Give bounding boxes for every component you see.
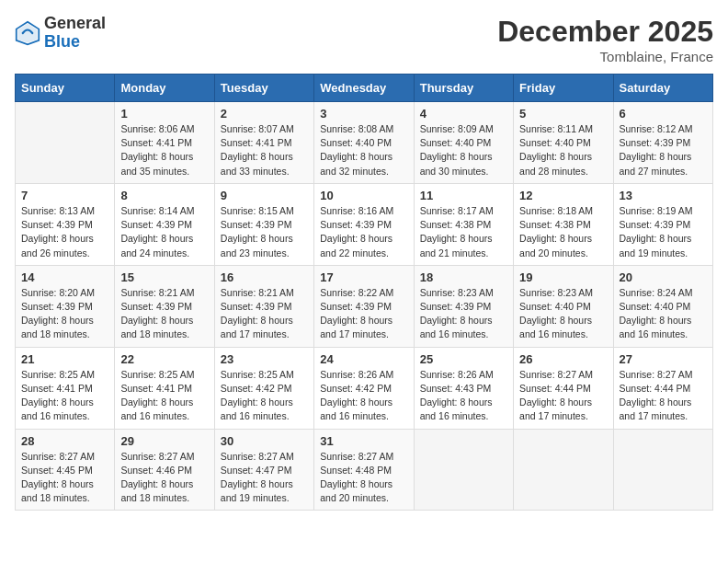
day-info: Sunrise: 8:21 AMSunset: 4:39 PMDaylight:… bbox=[221, 286, 308, 342]
day-number: 15 bbox=[120, 270, 208, 284]
day-info: Sunrise: 8:21 AMSunset: 4:39 PMDaylight:… bbox=[120, 286, 208, 342]
day-number: 17 bbox=[320, 270, 407, 284]
day-info: Sunrise: 8:27 AMSunset: 4:47 PMDaylight:… bbox=[221, 450, 308, 506]
page-header: General Blue December 2025 Tomblaine, Fr… bbox=[15, 15, 713, 64]
calendar-cell: 15Sunrise: 8:21 AMSunset: 4:39 PMDayligh… bbox=[115, 265, 214, 347]
day-info: Sunrise: 8:22 AMSunset: 4:39 PMDaylight:… bbox=[320, 286, 407, 342]
calendar-cell: 2Sunrise: 8:07 AMSunset: 4:41 PMDaylight… bbox=[214, 102, 313, 184]
day-info: Sunrise: 8:07 AMSunset: 4:41 PMDaylight:… bbox=[221, 122, 308, 178]
week-row-3: 14Sunrise: 8:20 AMSunset: 4:39 PMDayligh… bbox=[16, 265, 713, 347]
day-number: 1 bbox=[120, 107, 208, 121]
day-info: Sunrise: 8:27 AMSunset: 4:45 PMDaylight:… bbox=[21, 450, 108, 506]
day-number: 7 bbox=[21, 189, 108, 202]
day-info: Sunrise: 8:27 AMSunset: 4:44 PMDaylight:… bbox=[519, 368, 607, 424]
calendar-cell: 16Sunrise: 8:21 AMSunset: 4:39 PMDayligh… bbox=[214, 265, 313, 347]
day-number: 9 bbox=[221, 189, 308, 202]
day-number: 22 bbox=[120, 352, 208, 366]
day-number: 12 bbox=[519, 189, 607, 202]
day-number: 6 bbox=[620, 107, 707, 121]
day-number: 20 bbox=[620, 270, 707, 284]
day-number: 29 bbox=[120, 434, 208, 448]
day-info: Sunrise: 8:24 AMSunset: 4:40 PMDaylight:… bbox=[620, 286, 707, 342]
day-info: Sunrise: 8:16 AMSunset: 4:39 PMDaylight:… bbox=[320, 204, 407, 260]
day-info: Sunrise: 8:19 AMSunset: 4:39 PMDaylight:… bbox=[620, 204, 707, 260]
day-info: Sunrise: 8:20 AMSunset: 4:39 PMDaylight:… bbox=[21, 286, 108, 342]
day-info: Sunrise: 8:11 AMSunset: 4:40 PMDaylight:… bbox=[519, 122, 607, 178]
header-wednesday: Wednesday bbox=[314, 75, 414, 102]
calendar-cell: 22Sunrise: 8:25 AMSunset: 4:41 PMDayligh… bbox=[115, 347, 214, 429]
day-number: 3 bbox=[320, 107, 407, 121]
calendar-cell: 31Sunrise: 8:27 AMSunset: 4:48 PMDayligh… bbox=[314, 429, 414, 511]
day-number: 25 bbox=[420, 352, 507, 366]
calendar-cell: 6Sunrise: 8:12 AMSunset: 4:39 PMDaylight… bbox=[613, 102, 712, 184]
week-row-1: 1Sunrise: 8:06 AMSunset: 4:41 PMDaylight… bbox=[16, 102, 713, 184]
week-row-2: 7Sunrise: 8:13 AMSunset: 4:39 PMDaylight… bbox=[16, 183, 713, 265]
day-info: Sunrise: 8:06 AMSunset: 4:41 PMDaylight:… bbox=[120, 122, 208, 178]
calendar-cell: 26Sunrise: 8:27 AMSunset: 4:44 PMDayligh… bbox=[514, 347, 613, 429]
calendar-cell: 11Sunrise: 8:17 AMSunset: 4:38 PMDayligh… bbox=[414, 183, 513, 265]
calendar-cell: 24Sunrise: 8:26 AMSunset: 4:42 PMDayligh… bbox=[314, 347, 414, 429]
day-number: 16 bbox=[221, 270, 308, 284]
day-number: 11 bbox=[420, 189, 507, 202]
header-saturday: Saturday bbox=[613, 75, 712, 102]
calendar-cell: 19Sunrise: 8:23 AMSunset: 4:40 PMDayligh… bbox=[514, 265, 613, 347]
calendar-cell: 30Sunrise: 8:27 AMSunset: 4:47 PMDayligh… bbox=[214, 429, 313, 511]
day-info: Sunrise: 8:23 AMSunset: 4:39 PMDaylight:… bbox=[420, 286, 507, 342]
header-thursday: Thursday bbox=[414, 75, 513, 102]
day-info: Sunrise: 8:27 AMSunset: 4:46 PMDaylight:… bbox=[120, 450, 208, 506]
day-number: 19 bbox=[519, 270, 607, 284]
day-number: 4 bbox=[420, 107, 507, 121]
day-info: Sunrise: 8:13 AMSunset: 4:39 PMDaylight:… bbox=[21, 204, 108, 260]
day-number: 31 bbox=[320, 434, 407, 448]
header-sunday: Sunday bbox=[16, 75, 115, 102]
day-info: Sunrise: 8:27 AMSunset: 4:44 PMDaylight:… bbox=[620, 368, 707, 424]
day-number: 27 bbox=[620, 352, 707, 366]
calendar-cell: 23Sunrise: 8:25 AMSunset: 4:42 PMDayligh… bbox=[214, 347, 313, 429]
title-area: December 2025 Tomblaine, France bbox=[497, 15, 713, 64]
day-number: 30 bbox=[221, 434, 308, 448]
calendar-cell: 25Sunrise: 8:26 AMSunset: 4:43 PMDayligh… bbox=[414, 347, 513, 429]
day-info: Sunrise: 8:18 AMSunset: 4:38 PMDaylight:… bbox=[519, 204, 607, 260]
day-info: Sunrise: 8:14 AMSunset: 4:39 PMDaylight:… bbox=[120, 204, 208, 260]
calendar-cell: 10Sunrise: 8:16 AMSunset: 4:39 PMDayligh… bbox=[314, 183, 414, 265]
day-info: Sunrise: 8:25 AMSunset: 4:41 PMDaylight:… bbox=[21, 368, 108, 424]
calendar-cell: 5Sunrise: 8:11 AMSunset: 4:40 PMDaylight… bbox=[514, 102, 613, 184]
week-row-5: 28Sunrise: 8:27 AMSunset: 4:45 PMDayligh… bbox=[16, 429, 713, 511]
day-number: 28 bbox=[21, 434, 108, 448]
day-info: Sunrise: 8:08 AMSunset: 4:40 PMDaylight:… bbox=[320, 122, 407, 178]
calendar-cell bbox=[613, 429, 712, 511]
day-info: Sunrise: 8:26 AMSunset: 4:42 PMDaylight:… bbox=[320, 368, 407, 424]
day-number: 5 bbox=[519, 107, 607, 121]
day-number: 24 bbox=[320, 352, 407, 366]
day-number: 21 bbox=[21, 352, 108, 366]
location: Tomblaine, France bbox=[497, 49, 713, 64]
day-info: Sunrise: 8:09 AMSunset: 4:40 PMDaylight:… bbox=[420, 122, 507, 178]
day-number: 13 bbox=[620, 189, 707, 202]
calendar-cell: 12Sunrise: 8:18 AMSunset: 4:38 PMDayligh… bbox=[514, 183, 613, 265]
week-row-4: 21Sunrise: 8:25 AMSunset: 4:41 PMDayligh… bbox=[16, 347, 713, 429]
calendar-cell: 21Sunrise: 8:25 AMSunset: 4:41 PMDayligh… bbox=[16, 347, 115, 429]
calendar-cell: 1Sunrise: 8:06 AMSunset: 4:41 PMDaylight… bbox=[115, 102, 214, 184]
calendar-cell: 13Sunrise: 8:19 AMSunset: 4:39 PMDayligh… bbox=[613, 183, 712, 265]
day-info: Sunrise: 8:15 AMSunset: 4:39 PMDaylight:… bbox=[221, 204, 308, 260]
day-number: 14 bbox=[21, 270, 108, 284]
calendar-cell: 3Sunrise: 8:08 AMSunset: 4:40 PMDaylight… bbox=[314, 102, 414, 184]
calendar-cell bbox=[16, 102, 115, 184]
calendar-cell: 18Sunrise: 8:23 AMSunset: 4:39 PMDayligh… bbox=[414, 265, 513, 347]
day-number: 2 bbox=[221, 107, 308, 121]
day-number: 23 bbox=[221, 352, 308, 366]
calendar-cell bbox=[514, 429, 613, 511]
logo-general: General bbox=[44, 15, 106, 33]
header-friday: Friday bbox=[514, 75, 613, 102]
month-title: December 2025 bbox=[497, 15, 713, 49]
day-info: Sunrise: 8:17 AMSunset: 4:38 PMDaylight:… bbox=[420, 204, 507, 260]
calendar-cell: 29Sunrise: 8:27 AMSunset: 4:46 PMDayligh… bbox=[115, 429, 214, 511]
day-number: 26 bbox=[519, 352, 607, 366]
calendar-cell: 8Sunrise: 8:14 AMSunset: 4:39 PMDaylight… bbox=[115, 183, 214, 265]
logo-text: General Blue bbox=[44, 15, 106, 52]
calendar-cell: 20Sunrise: 8:24 AMSunset: 4:40 PMDayligh… bbox=[613, 265, 712, 347]
calendar-cell: 14Sunrise: 8:20 AMSunset: 4:39 PMDayligh… bbox=[16, 265, 115, 347]
logo: General Blue bbox=[15, 15, 106, 52]
calendar-cell: 7Sunrise: 8:13 AMSunset: 4:39 PMDaylight… bbox=[16, 183, 115, 265]
logo-blue: Blue bbox=[44, 33, 106, 52]
